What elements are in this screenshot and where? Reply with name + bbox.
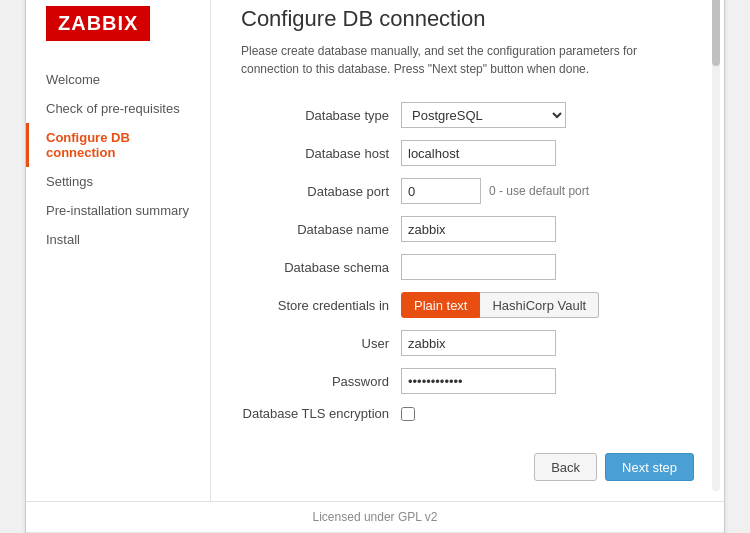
form-row-db-name: Database name: [241, 216, 694, 242]
db-port-control: 0 - use default port: [401, 178, 694, 204]
zabbix-logo: ZABBIX: [46, 6, 150, 41]
tls-checkbox[interactable]: [401, 407, 415, 421]
user-label: User: [241, 336, 401, 351]
tls-control: [401, 407, 694, 421]
form-row-db-schema: Database schema: [241, 254, 694, 280]
page-description: Please create database manually, and set…: [241, 42, 694, 78]
user-control: [401, 330, 694, 356]
sidebar-item-configure-db[interactable]: Configure DB connection: [26, 123, 210, 167]
sidebar-item-welcome[interactable]: Welcome: [26, 65, 210, 94]
sidebar-item-preinstall[interactable]: Pre-installation summary: [26, 196, 210, 225]
hashicorp-button[interactable]: HashiCorp Vault: [480, 292, 599, 318]
content-area: Configure DB connection Please create da…: [211, 0, 724, 501]
store-creds-label: Store credentials in: [241, 298, 401, 313]
form-row-store-creds: Store credentials in Plain text HashiCor…: [241, 292, 694, 318]
store-creds-control: Plain text HashiCorp Vault: [401, 292, 694, 318]
form-row-db-type: Database type PostgreSQL MySQL Oracle: [241, 102, 694, 128]
back-button[interactable]: Back: [534, 453, 597, 481]
db-schema-control: [401, 254, 694, 280]
plain-text-button[interactable]: Plain text: [401, 292, 480, 318]
footer-buttons: Back Next step: [241, 441, 694, 481]
sidebar-item-install[interactable]: Install: [26, 225, 210, 254]
db-name-label: Database name: [241, 222, 401, 237]
db-name-input[interactable]: [401, 216, 556, 242]
sidebar: ZABBIX Welcome Check of pre-requisites C…: [26, 0, 211, 501]
db-name-control: [401, 216, 694, 242]
db-type-control: PostgreSQL MySQL Oracle: [401, 102, 694, 128]
sidebar-item-check-prereq[interactable]: Check of pre-requisites: [26, 94, 210, 123]
scrollbar-thumb[interactable]: [712, 0, 720, 66]
form-row-password: Password: [241, 368, 694, 394]
form-row-db-host: Database host: [241, 140, 694, 166]
db-schema-label: Database schema: [241, 260, 401, 275]
db-port-input[interactable]: [401, 178, 481, 204]
db-host-control: [401, 140, 694, 166]
sidebar-nav: Welcome Check of pre-requisites Configur…: [26, 65, 210, 254]
password-control: [401, 368, 694, 394]
db-type-select[interactable]: PostgreSQL MySQL Oracle: [401, 102, 566, 128]
port-hint: 0 - use default port: [489, 184, 589, 198]
db-port-label: Database port: [241, 184, 401, 199]
password-label: Password: [241, 374, 401, 389]
sidebar-item-settings[interactable]: Settings: [26, 167, 210, 196]
credentials-toggle: Plain text HashiCorp Vault: [401, 292, 599, 318]
license-text: Licensed under GPL v2: [313, 510, 438, 524]
user-input[interactable]: [401, 330, 556, 356]
form-row-user: User: [241, 330, 694, 356]
content-wrapper: ZABBIX Welcome Check of pre-requisites C…: [26, 0, 724, 501]
db-type-label: Database type: [241, 108, 401, 123]
db-schema-input[interactable]: [401, 254, 556, 280]
page-title: Configure DB connection: [241, 6, 694, 32]
password-input[interactable]: [401, 368, 556, 394]
next-step-button[interactable]: Next step: [605, 453, 694, 481]
db-host-label: Database host: [241, 146, 401, 161]
form-row-tls: Database TLS encryption: [241, 406, 694, 421]
tls-label: Database TLS encryption: [241, 406, 401, 421]
logo-area: ZABBIX: [26, 0, 170, 65]
license-footer: Licensed under GPL v2: [26, 501, 724, 532]
db-host-input[interactable]: [401, 140, 556, 166]
form-row-db-port: Database port 0 - use default port: [241, 178, 694, 204]
db-config-form: Database type PostgreSQL MySQL Oracle Da…: [241, 102, 694, 421]
scrollbar-track[interactable]: [712, 0, 720, 491]
main-window: ZABBIX Welcome Check of pre-requisites C…: [25, 0, 725, 533]
